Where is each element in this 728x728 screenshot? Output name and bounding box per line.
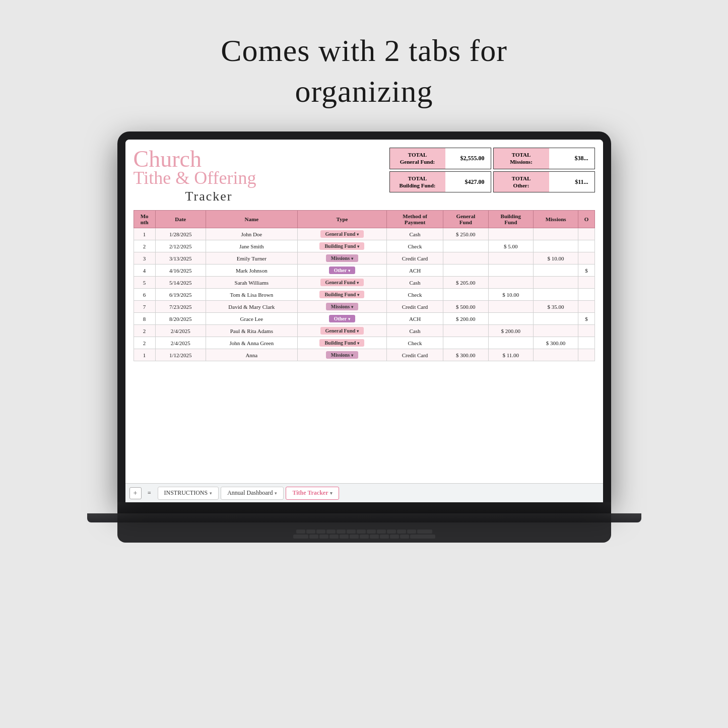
cell-month: 4 (134, 264, 155, 277)
cell-date: 2/4/2025 (155, 337, 206, 349)
type-dropdown-arrow: ▾ (348, 269, 350, 273)
col-building: BuildingFund (488, 211, 533, 228)
type-badge: Building Fund▾ (319, 242, 364, 250)
type-dropdown-arrow: ▾ (348, 317, 350, 321)
type-dropdown-arrow: ▾ (351, 305, 353, 309)
laptop-outer: Church Tithe & Offering Tracker TOTALGen… (117, 131, 611, 502)
cell-name: Mark Johnson (206, 264, 297, 277)
total-general-label: TOTALGeneral Fund: (390, 148, 445, 169)
cell-building: $ 200.00 (488, 325, 533, 337)
col-type: Type (297, 211, 386, 228)
type-badge: Building Fund▾ (319, 339, 364, 347)
cell-month: 2 (134, 325, 155, 337)
cell-name: Sarah Williams (206, 277, 297, 289)
col-other: O (578, 211, 594, 228)
cell-name: Anna (206, 349, 297, 361)
headline-line1: Comes with 2 tabs for (221, 33, 507, 68)
cell-other (578, 301, 594, 313)
totals-row-1: TOTALGeneral Fund: $2,555.00 TOTALMissio… (389, 148, 595, 169)
cell-other (578, 277, 594, 289)
totals-row-2: TOTALBuilding Fund: $427.00 TOTALOther: … (389, 171, 595, 193)
cell-payment: Check (386, 337, 443, 349)
tab-tithe-label: Tithe Tracker (292, 489, 328, 497)
cell-month: 1 (134, 228, 155, 240)
type-badge: General Fund▾ (320, 230, 364, 238)
cell-general (443, 289, 488, 301)
logo-tracker: Tracker (134, 189, 285, 204)
cell-payment: Cash (386, 228, 443, 240)
tab-instructions[interactable]: INSTRUCTIONS ▾ (158, 487, 219, 500)
cell-missions (533, 277, 578, 289)
cell-missions (533, 264, 578, 277)
laptop-base (87, 513, 641, 522)
col-month: Month (134, 211, 155, 228)
cell-other (578, 325, 594, 337)
cell-building (488, 277, 533, 289)
cell-payment: ACH (386, 313, 443, 325)
cell-name: John & Anna Green (206, 337, 297, 349)
headline: Comes with 2 tabs for organizing (221, 30, 507, 111)
type-dropdown-arrow: ▾ (357, 244, 359, 249)
cell-month: 8 (134, 313, 155, 325)
type-dropdown-arrow: ▾ (357, 341, 359, 346)
total-missions-value: $38... (549, 152, 594, 165)
table-row: 22/12/2025Jane SmithBuilding Fund▾Check$… (134, 240, 594, 252)
cell-payment: Credit Card (386, 349, 443, 361)
table-row: 22/4/2025John & Anna GreenBuilding Fund▾… (134, 337, 594, 349)
cell-date: 1/28/2025 (155, 228, 206, 240)
cell-missions (533, 240, 578, 252)
cell-general (443, 264, 488, 277)
type-badge: Missions▾ (326, 351, 358, 359)
type-dropdown-arrow: ▾ (357, 232, 359, 237)
cell-missions (533, 325, 578, 337)
tab-annual-dropdown: ▾ (275, 491, 277, 496)
cell-date: 1/12/2025 (155, 349, 206, 361)
cell-building (488, 264, 533, 277)
cell-date: 8/20/2025 (155, 313, 206, 325)
cell-building (488, 252, 533, 264)
total-building-label: TOTALBuilding Fund: (390, 172, 445, 192)
cell-month: 2 (134, 337, 155, 349)
total-building-value: $427.00 (445, 175, 491, 189)
cell-building: $ 5.00 (488, 240, 533, 252)
total-missions: TOTALMissions: $38... (493, 148, 595, 169)
type-dropdown-arrow: ▾ (357, 329, 359, 334)
cell-missions (533, 289, 578, 301)
tab-menu-button[interactable]: ≡ (144, 487, 156, 499)
table-row: 33/13/2025Emily TurnerMissions▾Credit Ca… (134, 252, 594, 264)
type-badge: General Fund▾ (320, 279, 364, 286)
total-general-value: $2,555.00 (445, 152, 491, 165)
cell-type: Missions▾ (297, 349, 386, 361)
cell-missions (533, 313, 578, 325)
tab-tithe-tracker[interactable]: Tithe Tracker ▾ (286, 487, 339, 500)
cell-name: Grace Lee (206, 313, 297, 325)
cell-name: John Doe (206, 228, 297, 240)
cell-type: Other▾ (297, 313, 386, 325)
cell-payment: Cash (386, 277, 443, 289)
table-row: 22/4/2025Paul & Rita AdamsGeneral Fund▾C… (134, 325, 594, 337)
total-other-value: $11... (549, 175, 594, 189)
cell-general: $ 205.00 (443, 277, 488, 289)
cell-name: David & Mary Clark (206, 301, 297, 313)
tab-add-button[interactable]: + (129, 487, 142, 499)
headline-line2: organizing (295, 74, 433, 108)
tab-tithe-dropdown: ▾ (330, 491, 333, 496)
tab-annual-dashboard[interactable]: Annual Dashboard ▾ (221, 487, 284, 500)
logo-area: Church Tithe & Offering Tracker (134, 148, 285, 204)
cell-missions (533, 349, 578, 361)
cell-general: $ 500.00 (443, 301, 488, 313)
type-dropdown-arrow: ▾ (351, 256, 353, 261)
cell-type: Building Fund▾ (297, 337, 386, 349)
type-badge: Building Fund▾ (319, 291, 364, 298)
sheet-header: Church Tithe & Offering Tracker TOTALGen… (134, 148, 595, 204)
cell-type: Missions▾ (297, 301, 386, 313)
tab-annual-label: Annual Dashboard (227, 489, 273, 497)
cell-general (443, 337, 488, 349)
cell-general (443, 252, 488, 264)
cell-general (443, 325, 488, 337)
sheet-tabs: + ≡ INSTRUCTIONS ▾ Annual Dashboard ▾ Ti… (125, 483, 603, 502)
type-badge: Missions▾ (326, 303, 358, 310)
cell-general (443, 240, 488, 252)
key (296, 530, 305, 534)
cell-general: $ 200.00 (443, 313, 488, 325)
